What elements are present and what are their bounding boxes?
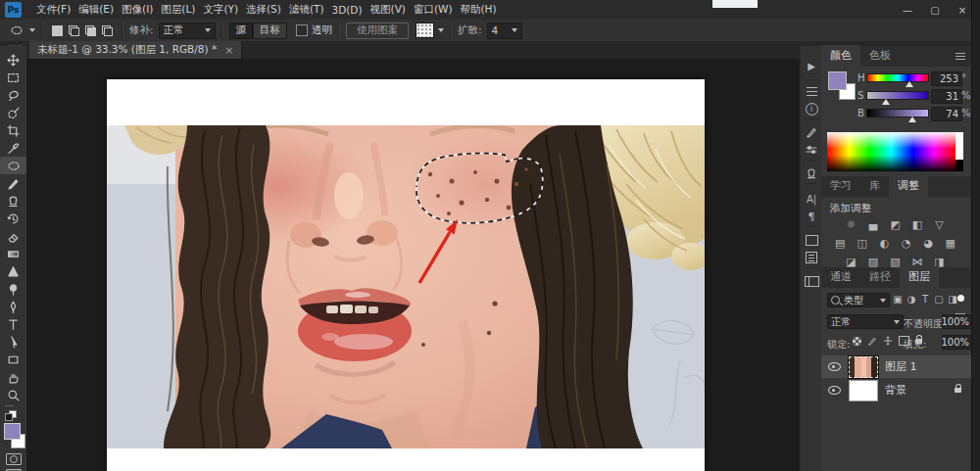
layer-name[interactable]: 背景: [885, 383, 906, 398]
menu-3d[interactable]: 3D(D): [327, 4, 366, 16]
brush-settings-panel-icon[interactable]: [801, 124, 822, 140]
fill-dropdown[interactable]: 100%: [942, 335, 973, 350]
edit-toolbar-icon[interactable]: …: [5, 399, 16, 408]
filter-type-layers-icon[interactable]: T: [919, 294, 931, 305]
filter-pixel-layers-icon[interactable]: ▣: [892, 294, 904, 305]
restore-button[interactable]: ▢: [929, 5, 941, 16]
layer-row-background[interactable]: 背景: [821, 379, 971, 401]
tool-hand[interactable]: [0, 368, 26, 386]
tab-adjustments[interactable]: 调整: [889, 175, 928, 197]
tool-move[interactable]: [0, 51, 26, 69]
saturation-value[interactable]: 31: [931, 89, 962, 104]
menu-image[interactable]: 图像(I): [118, 3, 157, 17]
tool-pen[interactable]: [0, 298, 26, 315]
color-spectrum-ramp[interactable]: [827, 132, 956, 171]
filter-toggle-icon[interactable]: [957, 295, 964, 302]
clone-source-panel-icon[interactable]: [801, 165, 822, 181]
brightness-value[interactable]: 74: [931, 107, 962, 121]
tool-patch[interactable]: [0, 157, 26, 174]
menu-edit[interactable]: 编辑(E): [74, 3, 118, 17]
menu-file[interactable]: 文件(F): [32, 3, 74, 17]
close-tab-icon[interactable]: ×: [224, 44, 233, 57]
tool-type[interactable]: [0, 315, 26, 333]
brightness-slider[interactable]: [866, 109, 929, 118]
menu-select[interactable]: 选择(S): [242, 3, 285, 17]
levels-icon[interactable]: ▄: [866, 218, 883, 231]
glyphs-panel-icon[interactable]: [801, 232, 822, 248]
panel-foreground-swatch[interactable]: [828, 71, 847, 90]
tab-swatches[interactable]: 色板: [860, 45, 900, 67]
info-panel-icon[interactable]: i: [801, 101, 822, 117]
tool-clone-stamp[interactable]: [0, 192, 26, 210]
photo-image[interactable]: [107, 125, 705, 448]
hue-value[interactable]: 253: [931, 71, 962, 86]
layer-name[interactable]: 图层 1: [885, 359, 917, 374]
timeline-panel-icon[interactable]: [801, 273, 822, 289]
tool-eraser[interactable]: [0, 227, 26, 245]
actions-panel-icon[interactable]: ▶: [801, 58, 822, 73]
black-white-icon[interactable]: ◐: [877, 237, 894, 250]
foreground-color-swatch[interactable]: [4, 423, 21, 440]
layer-filter-type-dropdown[interactable]: 类型: [827, 293, 890, 307]
hue-saturation-icon[interactable]: ▤: [833, 237, 850, 250]
brightness-contrast-icon[interactable]: ☼: [844, 218, 860, 231]
menu-window[interactable]: 窗口(W): [410, 3, 457, 17]
opacity-dropdown[interactable]: 100%: [942, 314, 973, 329]
tool-rectangle[interactable]: [0, 351, 26, 368]
lock-position-icon[interactable]: [883, 336, 893, 346]
photo-filter-icon[interactable]: ◔: [899, 237, 915, 250]
blend-mode-dropdown[interactable]: 正常: [827, 314, 904, 329]
intersect-selection-icon[interactable]: [102, 25, 113, 36]
filter-shape-layers-icon[interactable]: ▢: [933, 294, 945, 305]
tab-libraries[interactable]: 库: [860, 175, 889, 197]
panel-menu-icon[interactable]: [956, 53, 965, 60]
target-button[interactable]: 目标: [253, 23, 287, 39]
tool-blur[interactable]: [0, 262, 26, 280]
tool-quick-selection[interactable]: [0, 104, 26, 121]
lock-transparency-icon[interactable]: [853, 337, 861, 346]
tab-color[interactable]: 颜色: [821, 45, 860, 67]
character-panel-icon[interactable]: A|: [801, 191, 822, 207]
exposure-icon[interactable]: ◧: [910, 218, 927, 231]
channel-mixer-icon[interactable]: ◕: [921, 237, 938, 250]
tool-dodge[interactable]: [0, 280, 26, 298]
color-balance-icon[interactable]: ◫: [855, 237, 871, 250]
add-to-selection-icon[interactable]: [69, 25, 79, 36]
menu-help[interactable]: 帮助(H): [457, 3, 501, 17]
tool-eyedropper[interactable]: [0, 139, 26, 157]
filter-adjustment-layers-icon[interactable]: ◑: [906, 294, 917, 305]
default-colors-icon[interactable]: [5, 410, 17, 420]
menu-type[interactable]: 文字(Y): [199, 3, 242, 17]
tool-rectangular-marquee[interactable]: [0, 69, 26, 86]
tab-paths[interactable]: 路径: [860, 266, 900, 288]
curves-icon[interactable]: ◩: [888, 218, 905, 231]
tool-brush[interactable]: [0, 174, 26, 192]
quick-mask-button[interactable]: [6, 453, 22, 465]
notes-panel-icon[interactable]: [801, 250, 822, 265]
menu-layer[interactable]: 图层(L): [157, 3, 199, 17]
visibility-eye-icon[interactable]: [828, 386, 841, 395]
tool-presets-panel-icon[interactable]: [801, 142, 822, 158]
document-canvas[interactable]: [107, 79, 705, 471]
layer-thumbnail[interactable]: [849, 380, 878, 401]
pasteboard[interactable]: [26, 59, 800, 471]
subtract-from-selection-icon[interactable]: [85, 25, 96, 36]
menu-view[interactable]: 视图(V): [367, 3, 410, 17]
tool-lasso[interactable]: [0, 86, 26, 104]
pattern-swatch[interactable]: [416, 23, 434, 38]
patch-tool-preset[interactable]: [8, 22, 35, 39]
tool-path-selection[interactable]: [0, 333, 26, 351]
saturation-slider[interactable]: [866, 91, 929, 100]
tool-gradient[interactable]: [0, 245, 26, 262]
use-pattern-button[interactable]: 使用图案: [346, 23, 409, 39]
tab-layers[interactable]: 图层: [900, 266, 939, 288]
tab-learn[interactable]: 学习: [821, 175, 860, 197]
source-button[interactable]: 源: [229, 23, 254, 39]
tab-channels[interactable]: 通道: [821, 266, 860, 288]
chevron-down-icon[interactable]: [438, 28, 444, 32]
transparent-checkbox[interactable]: 透明: [296, 24, 332, 37]
layer-thumbnail[interactable]: [849, 356, 878, 378]
lock-pixels-icon[interactable]: [867, 336, 877, 346]
tool-crop[interactable]: [0, 121, 26, 139]
vibrance-icon[interactable]: ▽: [932, 218, 949, 231]
